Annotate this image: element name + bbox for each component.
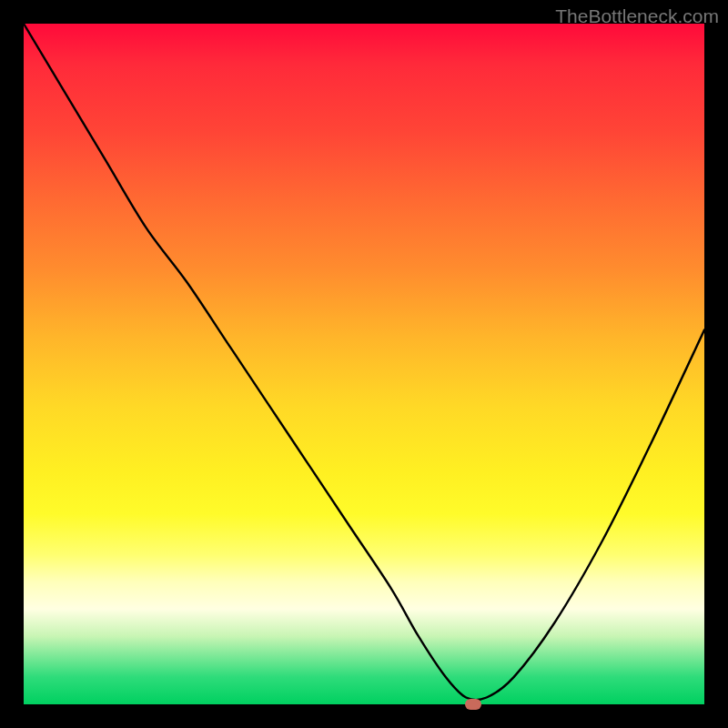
watermark-text: TheBottleneck.com [555,5,719,27]
minimum-marker [465,699,481,710]
plot-area [24,24,704,704]
bottleneck-curve [24,24,704,704]
chart-container: TheBottleneck.com [0,0,728,728]
